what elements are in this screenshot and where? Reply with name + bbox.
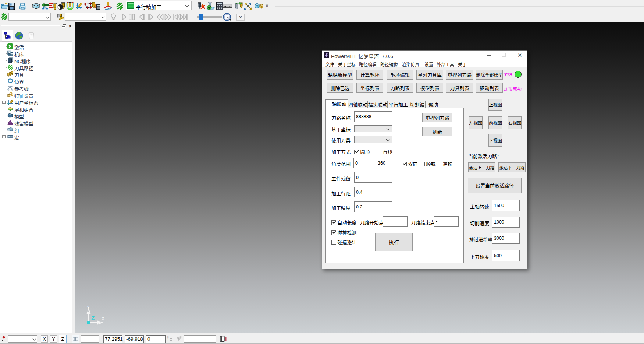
svg-text:Z: Z <box>91 315 95 321</box>
svg-text:Y: Y <box>87 306 90 310</box>
svg-text:X: X <box>102 316 104 321</box>
svg-text:Z: Z <box>167 340 168 342</box>
